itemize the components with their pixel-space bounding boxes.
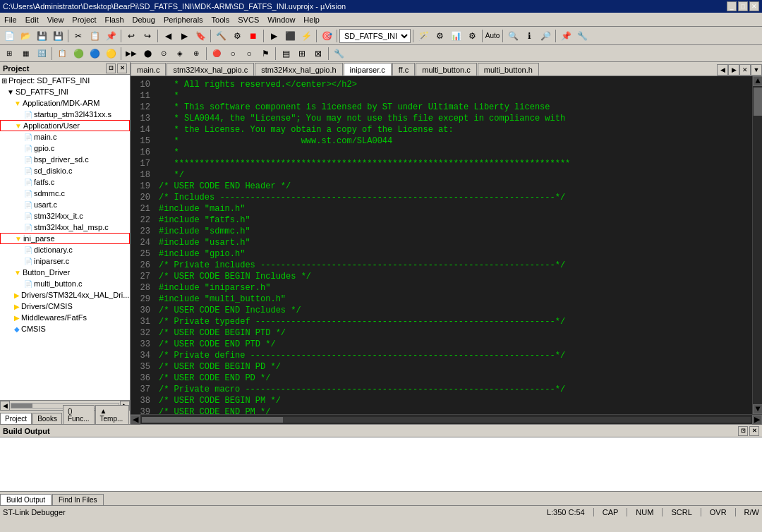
bookmark-btn[interactable]: 🔖 <box>193 28 208 44</box>
tree-iniparser[interactable]: 📄 iniparser.c <box>0 255 130 267</box>
view12-btn[interactable]: ⊕ <box>188 46 204 61</box>
tree-sd-diskio[interactable]: 📄 sd_diskio.c <box>0 165 130 176</box>
view19-btn[interactable]: ⊠ <box>310 46 326 61</box>
menu-view[interactable]: View <box>43 14 68 25</box>
view7-btn[interactable]: 🟡 <box>103 46 119 61</box>
view18-btn[interactable]: ⊞ <box>294 46 310 61</box>
tab-multi-btn-c[interactable]: multi_button.c <box>416 63 476 75</box>
tree-app-user[interactable]: ▼ Application/User <box>0 120 130 131</box>
view3-btn[interactable]: 🔠 <box>34 46 49 61</box>
view2-btn[interactable]: ▦ <box>18 46 33 61</box>
build-tab-find[interactable]: Find In Files <box>52 494 103 505</box>
vscroll-down-btn[interactable]: ▼ <box>753 404 762 414</box>
view6-btn[interactable]: 🔵 <box>87 46 102 61</box>
tab-nav-close[interactable]: ✕ <box>739 64 751 75</box>
close-button[interactable]: ✕ <box>749 1 759 11</box>
menu-tools[interactable]: Tools <box>207 14 234 25</box>
target-dropdown[interactable]: SD_FATFS_INI <box>339 29 411 43</box>
extra2-btn[interactable]: 🔧 <box>574 28 590 44</box>
target-btn[interactable]: 🎯 <box>319 28 334 44</box>
view20-btn[interactable]: 🔧 <box>331 46 346 61</box>
build-output-close[interactable]: ✕ <box>749 426 759 436</box>
menu-edit[interactable]: Edit <box>21 14 43 25</box>
tree-main-c[interactable]: 📄 main.c <box>0 131 130 143</box>
hscroll-editor-right[interactable]: ▶ <box>752 415 762 425</box>
tree-fatfs-c[interactable]: 📄 fatfs.c <box>0 176 130 188</box>
menu-file[interactable]: File <box>0 14 21 25</box>
copy-btn[interactable]: 📋 <box>87 28 102 44</box>
new-file-btn[interactable]: 📄 <box>1 28 17 44</box>
search-btn[interactable]: 🔍 <box>505 28 521 44</box>
paste-btn[interactable]: 📌 <box>103 28 119 44</box>
tree-sdmmc-c[interactable]: 📄 sdmmc.c <box>0 188 130 199</box>
open-btn[interactable]: 📂 <box>18 28 33 44</box>
zoom-btn[interactable]: 🔎 <box>538 28 553 44</box>
vscroll-up-btn[interactable]: ▲ <box>753 76 762 86</box>
tab-nav-menu[interactable]: ▼ <box>751 64 762 75</box>
magic-btn[interactable]: 🪄 <box>416 28 431 44</box>
hscroll-editor-left[interactable]: ◀ <box>131 415 140 425</box>
undo-btn[interactable]: ↩ <box>123 28 139 44</box>
view4-btn[interactable]: 📋 <box>54 46 70 61</box>
tree-startup[interactable]: 📄 startup_stm32l431xx.s <box>0 109 130 120</box>
redo-btn[interactable]: ↪ <box>140 28 155 44</box>
debug3-btn[interactable]: ⚡ <box>298 28 314 44</box>
view5-btn[interactable]: 🟢 <box>71 46 86 61</box>
view10-btn[interactable]: ⊙ <box>156 46 171 61</box>
tree-dictionary[interactable]: 📄 dictionary.c <box>0 244 130 255</box>
view13-btn[interactable]: 🔴 <box>209 46 224 61</box>
cut-btn[interactable]: ✂ <box>71 28 86 44</box>
view15-btn[interactable]: ○ <box>241 46 257 61</box>
nav-back-btn[interactable]: ◀ <box>160 28 176 44</box>
code-content[interactable]: * All rights reserved.</center></h2> * *… <box>153 76 752 414</box>
panel-close-btn[interactable]: ✕ <box>117 64 127 73</box>
tree-stm32-it[interactable]: 📄 stm32l4xx_it.c <box>0 210 130 222</box>
settings-btn[interactable]: ⚙ <box>464 28 480 44</box>
tree-stm32-hal-msp[interactable]: 📄 stm32l4xx_hal_msp.c <box>0 222 130 233</box>
extra1-btn[interactable]: 📌 <box>558 28 574 44</box>
tab-templates[interactable]: ▲ Temp... <box>95 405 130 424</box>
debug-btn[interactable]: ▶ <box>266 28 282 44</box>
view11-btn[interactable]: ◈ <box>172 46 188 61</box>
nav-fwd-btn[interactable]: ▶ <box>176 28 192 44</box>
build-output-float[interactable]: ⊡ <box>738 426 748 436</box>
build-btn[interactable]: 🔨 <box>213 28 229 44</box>
tab-books[interactable]: Books <box>32 413 62 424</box>
tree-multi-btn[interactable]: 📄 multi_button.c <box>0 278 130 289</box>
editor-vscroll[interactable]: ▲ ▼ <box>752 76 762 414</box>
view17-btn[interactable]: ▤ <box>278 46 294 61</box>
tree-cmsis[interactable]: ◆ CMSIS <box>0 323 130 334</box>
tab-hal-gpio-h[interactable]: stm32l4xx_hal_gpio.h <box>255 63 342 75</box>
tree-middlewares[interactable]: ▶ Middlewares/FatFs <box>0 312 130 323</box>
tree-drivers-cmsis[interactable]: ▶ Drivers/CMSIS <box>0 301 130 312</box>
panel-float-btn[interactable]: ⊡ <box>106 64 116 73</box>
auto-btn[interactable]: Auto <box>485 28 500 44</box>
menu-help[interactable]: Help <box>299 14 324 25</box>
hscroll-left-btn[interactable]: ◀ <box>0 401 10 411</box>
menu-window[interactable]: Window <box>263 14 299 25</box>
tab-functions[interactable]: () Func... <box>63 405 95 424</box>
view8-btn[interactable]: ▶▶ <box>123 46 139 61</box>
stop-btn[interactable]: ⏹ <box>246 28 261 44</box>
save-all-btn[interactable]: 💾 <box>50 28 66 44</box>
tree-mdk-arm[interactable]: ▼ Application/MDK-ARM <box>0 97 130 109</box>
rebuild-btn[interactable]: ⚙ <box>229 28 245 44</box>
info-btn[interactable]: ℹ <box>521 28 537 44</box>
manage-btn[interactable]: 📊 <box>448 28 464 44</box>
tab-hal-gpio-c[interactable]: stm32l4xx_hal_gpio.c <box>167 63 254 75</box>
tree-button-driver[interactable]: ▼ Button_Driver <box>0 267 130 278</box>
maximize-button[interactable]: □ <box>738 1 748 11</box>
menu-debug[interactable]: Debug <box>128 14 159 25</box>
tree-usart-c[interactable]: 📄 usart.c <box>0 199 130 210</box>
tab-nav-left[interactable]: ◀ <box>717 64 728 75</box>
minimize-button[interactable]: _ <box>727 1 737 11</box>
tab-iniparser-c[interactable]: iniparser.c <box>344 63 392 75</box>
tree-bsp-driver[interactable]: 📄 bsp_driver_sd.c <box>0 154 130 165</box>
debug2-btn[interactable]: ⬛ <box>282 28 298 44</box>
tab-project[interactable]: Project <box>0 413 32 424</box>
tree-ini-parse[interactable]: ▼ ini_parse <box>0 233 130 244</box>
tree-sd-fatfs[interactable]: ▼ SD_FATFS_INI <box>0 86 130 97</box>
menu-svcs[interactable]: SVCS <box>234 14 263 25</box>
view9-btn[interactable]: ⬤ <box>140 46 155 61</box>
tab-multi-btn-h[interactable]: multi_button.h <box>478 63 539 75</box>
